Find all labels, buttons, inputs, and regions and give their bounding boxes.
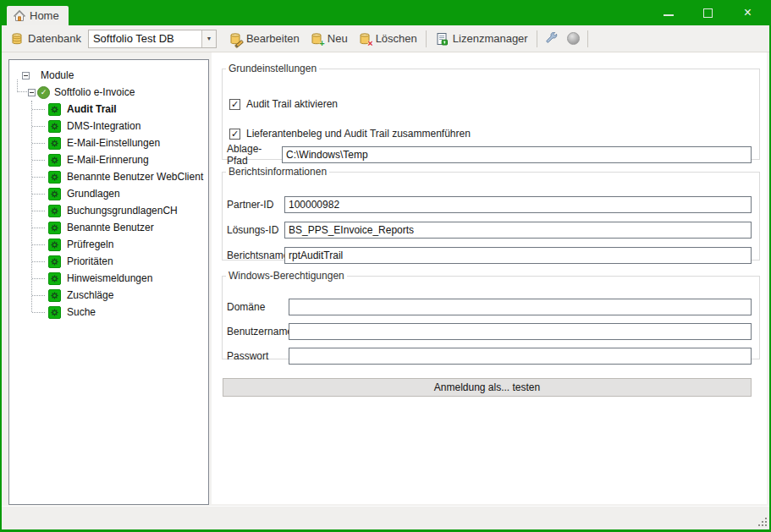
- resize-grip-icon[interactable]: [757, 518, 767, 527]
- tree-node-grundlagen[interactable]: Grundlagen: [9, 185, 208, 202]
- gear-icon: [48, 272, 61, 285]
- benutzername-input[interactable]: [289, 323, 752, 340]
- berichtsname-input[interactable]: [284, 247, 752, 264]
- tree-node-label: Benannte Benutzer: [67, 222, 154, 233]
- tree-node-benannte-benutzer-webclient[interactable]: Benannte Benutzer WebClient: [9, 168, 208, 185]
- gear-icon: [48, 137, 61, 150]
- tree-node-label: Hinweismeldungen: [67, 272, 152, 284]
- lizenzmanager-label: Lizenzmanager: [453, 32, 528, 45]
- gear-icon: [48, 120, 61, 133]
- lieferantenbeleg-merge-checkbox[interactable]: ✓: [229, 129, 240, 140]
- gear-icon: [48, 306, 61, 319]
- tree-node-buchungsgrundlagench[interactable]: BuchungsgrundlagenCH: [9, 202, 208, 219]
- tree-node-label: Module: [41, 69, 74, 81]
- group-windows-berechtigungen: Windows-Berechtigungen Domäne Benutzerna…: [222, 270, 760, 359]
- berichtsname-label: Berichtsname: [227, 250, 284, 261]
- audit-trail-aktivieren-row: ✓ Audit Trail aktivieren: [229, 98, 338, 110]
- tree-node-zuschlaege[interactable]: Zuschläge: [9, 287, 208, 304]
- collapse-icon[interactable]: [28, 89, 36, 96]
- gear-icon: [48, 103, 61, 116]
- tree-node-email-einstellungen[interactable]: E-Mail-Einstellungen: [9, 134, 208, 151]
- tree-node-suche[interactable]: Suche: [9, 304, 208, 321]
- close-icon: ×: [744, 6, 752, 19]
- app-window: Home × Datenbank Softfolio Test DB ▼: [0, 0, 771, 532]
- tree-node-label: E-Mail-Erinnerung: [67, 154, 149, 166]
- tree-node-email-erinnerung[interactable]: E-Mail-Erinnerung: [9, 151, 208, 168]
- license-document-icon: [435, 32, 449, 46]
- tree-node-label: Audit Trail: [67, 103, 117, 115]
- anmeldung-testen-button[interactable]: Anmeldung als... testen: [223, 378, 752, 397]
- minimize-icon: [664, 14, 674, 16]
- lieferantenbeleg-merge-label: Lieferantenbeleg und Audit Trail zusamme…: [246, 128, 471, 140]
- group-berichtsinformationen: Berichtsinformationen Partner-ID Lösungs…: [222, 166, 760, 261]
- berichtsname-row: Berichtsname: [227, 247, 752, 264]
- wrench-icon: [545, 32, 559, 46]
- minimize-button[interactable]: [648, 0, 688, 25]
- toolbar-separator: [426, 30, 427, 47]
- database-combobox-dropdown-button[interactable]: ▼: [201, 30, 216, 47]
- tab-home[interactable]: Home: [7, 6, 69, 25]
- module-tree-panel: Module ✓ Softfolio e-Invoice Audit Trail…: [8, 59, 209, 505]
- lizenzmanager-button[interactable]: Lizenzmanager: [430, 30, 533, 48]
- tree-node-hinweismeldungen[interactable]: Hinweismeldungen: [9, 270, 208, 287]
- tab-home-label: Home: [30, 9, 59, 22]
- tree-node-label: Grundlagen: [67, 188, 120, 200]
- globe-icon: [567, 32, 580, 45]
- tree-node-softfolio-e-invoice[interactable]: ✓ Softfolio e-Invoice: [9, 84, 208, 101]
- search-globe-button[interactable]: [563, 30, 584, 47]
- lieferantenbeleg-merge-row: ✓ Lieferantenbeleg und Audit Trail zusam…: [229, 128, 471, 140]
- partner-id-row: Partner-ID: [227, 196, 752, 213]
- gear-icon: [48, 289, 61, 302]
- datenbank-label: Datenbank: [28, 32, 81, 45]
- tree-node-module[interactable]: Module: [9, 67, 208, 84]
- tree-node-label: Prüfregeln: [67, 239, 113, 250]
- module-check-icon: ✓: [37, 86, 50, 99]
- tree-node-benannte-benutzer[interactable]: Benannte Benutzer: [9, 219, 208, 236]
- domaene-row: Domäne: [227, 299, 752, 315]
- loesungs-id-input[interactable]: [284, 222, 752, 239]
- close-button[interactable]: ×: [728, 0, 768, 25]
- group-grundeinstellungen: Grundeinstellungen ✓ Audit Trail aktivie…: [222, 63, 760, 160]
- module-tree: Module ✓ Softfolio e-Invoice Audit Trail…: [9, 60, 208, 321]
- maximize-icon: [703, 8, 713, 18]
- ablage-pfad-input[interactable]: [282, 146, 752, 163]
- domaene-input[interactable]: [289, 299, 752, 315]
- passwort-row: Passwort: [227, 348, 752, 365]
- status-bar: [2, 506, 769, 529]
- plus-overlay-icon: +: [319, 39, 324, 48]
- passwort-input[interactable]: [289, 348, 752, 365]
- gear-icon: [48, 205, 61, 217]
- audit-trail-aktivieren-label: Audit Trail aktivieren: [246, 98, 338, 110]
- tree-node-pruefregeln[interactable]: Prüfregeln: [9, 236, 208, 253]
- bearbeiten-button[interactable]: Bearbeiten: [223, 30, 305, 48]
- group-title: Berichtsinformationen: [226, 166, 329, 178]
- benutzername-row: Benutzername: [227, 323, 752, 340]
- toolbar-separator: [587, 30, 588, 47]
- database-combobox[interactable]: Softfolio Test DB ▼: [88, 30, 217, 48]
- bearbeiten-label: Bearbeiten: [246, 32, 300, 45]
- tree-node-label: Zuschläge: [67, 289, 113, 301]
- tree-node-dms-integration[interactable]: DMS-Integration: [9, 118, 208, 134]
- ablage-pfad-row: Ablage-Pfad: [227, 146, 752, 163]
- checkmark-icon: ✓: [231, 100, 239, 109]
- detail-panel: Grundeinstellungen ✓ Audit Trail aktivie…: [212, 52, 767, 504]
- loesungs-id-row: Lösungs-ID: [227, 222, 752, 239]
- gear-icon: [48, 255, 61, 268]
- loeschen-button[interactable]: × Löschen: [353, 30, 422, 48]
- benutzername-label: Benutzername: [227, 326, 289, 337]
- tree-node-prioritaeten[interactable]: Prioritäten: [9, 253, 208, 270]
- settings-wrench-button[interactable]: [541, 30, 563, 48]
- tree-node-audit-trail[interactable]: Audit Trail: [9, 101, 208, 118]
- gear-icon: [48, 222, 61, 234]
- home-icon: [13, 9, 26, 23]
- datenbank-label-group: Datenbank: [10, 30, 86, 48]
- database-icon: [10, 32, 24, 46]
- audit-trail-aktivieren-checkbox[interactable]: ✓: [229, 99, 240, 110]
- maximize-button[interactable]: [688, 0, 728, 25]
- neu-button[interactable]: + Neu: [305, 30, 353, 48]
- tree-node-label: Benannte Benutzer WebClient: [67, 171, 203, 183]
- partner-id-input[interactable]: [284, 196, 752, 213]
- chevron-down-icon: ▼: [206, 36, 212, 41]
- title-bar: Home ×: [0, 0, 771, 25]
- collapse-icon[interactable]: [22, 72, 30, 80]
